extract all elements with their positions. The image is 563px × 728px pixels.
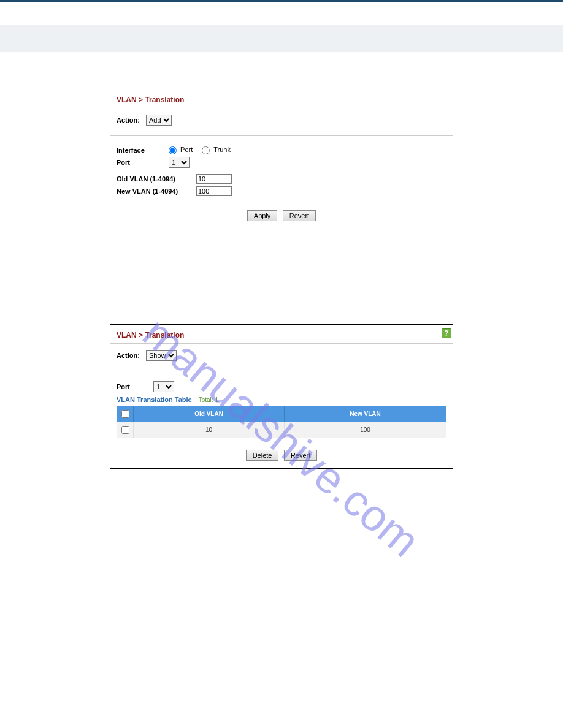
table-row: 10 100 [117, 422, 446, 438]
radio-trunk-label: Trunk [213, 146, 231, 153]
apply-button[interactable]: Apply [247, 210, 278, 221]
port-select[interactable]: 1 [169, 157, 190, 168]
table-title: VLAN Translation Table [117, 396, 192, 403]
divider [110, 135, 453, 136]
revert-button[interactable]: Revert [284, 450, 317, 461]
new-vlan-label: New VLAN (1-4094) [117, 188, 196, 195]
radio-port[interactable] [169, 146, 177, 154]
port-label: Port [117, 159, 169, 166]
action-select[interactable]: Add [146, 115, 172, 126]
vlan-translation-table: Old VLAN New VLAN 10 100 [117, 406, 446, 438]
top-border [0, 0, 563, 25]
old-vlan-label: Old VLAN (1-4094) [117, 175, 196, 183]
action-label: Action: [117, 352, 146, 359]
panel-title: VLAN > Translation [110, 325, 453, 344]
port-select[interactable]: 1 [153, 381, 174, 392]
radio-port-option[interactable]: Port [169, 146, 194, 153]
radio-trunk-option[interactable]: Trunk [202, 146, 231, 153]
col-checkbox [117, 406, 134, 422]
select-all-checkbox[interactable] [121, 410, 129, 418]
col-new-vlan: New VLAN [285, 406, 446, 422]
action-label: Action: [117, 116, 146, 124]
col-old-vlan: Old VLAN [134, 406, 285, 422]
cell-new-vlan: 100 [285, 422, 446, 438]
divider [110, 371, 453, 371]
total-label: Total: [199, 396, 213, 403]
row-checkbox[interactable] [121, 426, 129, 434]
revert-button[interactable]: Revert [283, 210, 316, 221]
vlan-translation-show-panel: ? VLAN > Translation Action: Show Port 1… [110, 324, 453, 469]
port-label: Port [117, 383, 153, 390]
radio-port-label: Port [180, 146, 193, 153]
new-vlan-input[interactable] [196, 186, 232, 196]
help-icon[interactable]: ? [442, 328, 451, 338]
interface-label: Interface [117, 146, 169, 154]
radio-trunk[interactable] [202, 146, 210, 154]
cell-old-vlan: 10 [134, 422, 285, 438]
header-band [0, 25, 563, 52]
vlan-translation-add-panel: VLAN > Translation Action: Add Interface… [110, 89, 453, 229]
total-value: 1 [215, 396, 218, 403]
delete-button[interactable]: Delete [246, 450, 279, 461]
panel-title: VLAN > Translation [110, 89, 453, 108]
old-vlan-input[interactable] [196, 174, 232, 184]
action-select[interactable]: Show [146, 350, 177, 361]
